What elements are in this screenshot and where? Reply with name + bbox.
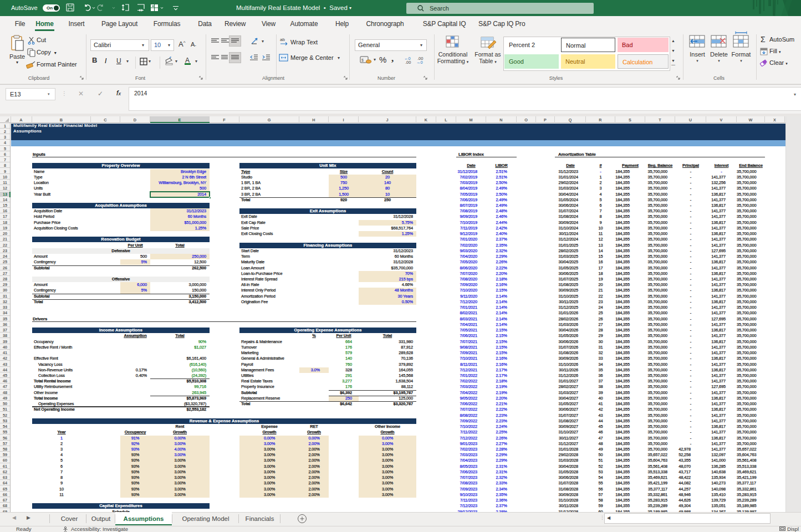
svg-text:→0: →0 — [416, 60, 423, 65]
svg-text:$: $ — [361, 58, 364, 62]
svg-text:ab: ab — [280, 37, 285, 42]
svg-text:.00: .00 — [405, 60, 411, 65]
